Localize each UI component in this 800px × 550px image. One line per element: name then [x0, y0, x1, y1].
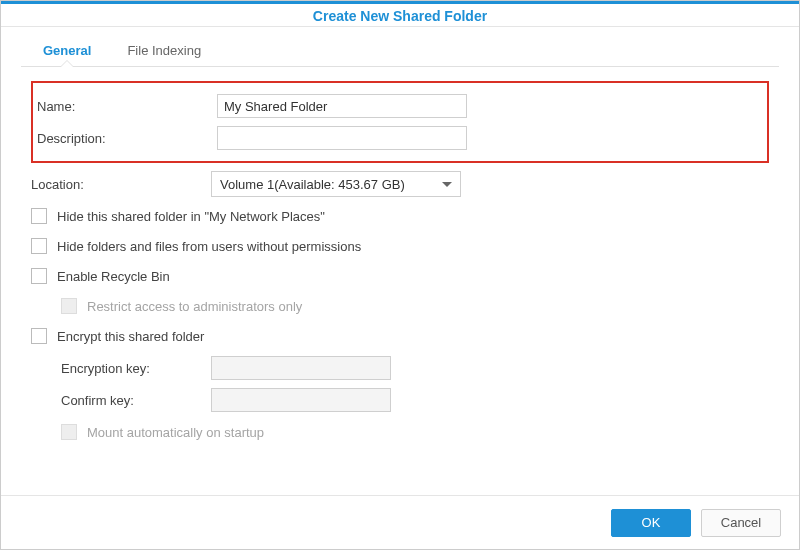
name-row: Name: — [37, 91, 763, 121]
hide-network-places-checkbox[interactable] — [31, 208, 47, 224]
enable-recycle-checkbox[interactable] — [31, 268, 47, 284]
hide-noperm-label: Hide folders and files from users withou… — [57, 239, 361, 254]
encryption-key-label: Encryption key: — [61, 361, 211, 376]
name-label: Name: — [37, 99, 217, 114]
create-shared-folder-dialog: Create New Shared Folder General File In… — [0, 0, 800, 550]
dialog-footer: OK Cancel — [1, 495, 799, 549]
highlighted-box: Name: Description: — [31, 81, 769, 163]
chevron-down-icon — [442, 182, 452, 187]
restrict-admin-row: Restrict access to administrators only — [31, 291, 769, 321]
ok-button-label: OK — [642, 515, 661, 530]
cancel-button-label: Cancel — [721, 515, 761, 530]
confirm-key-row: Confirm key: — [31, 385, 769, 415]
location-select[interactable]: Volume 1(Available: 453.67 GB) — [211, 171, 461, 197]
encryption-key-input — [211, 356, 391, 380]
tab-file-indexing[interactable]: File Indexing — [109, 35, 219, 66]
hide-noperm-checkbox[interactable] — [31, 238, 47, 254]
encrypt-checkbox[interactable] — [31, 328, 47, 344]
dialog-body: General File Indexing Name: Description:… — [1, 27, 799, 495]
encryption-key-row: Encryption key: — [31, 353, 769, 383]
encrypt-label: Encrypt this shared folder — [57, 329, 204, 344]
confirm-key-label: Confirm key: — [61, 393, 211, 408]
description-input[interactable] — [217, 126, 467, 150]
hide-network-places-label: Hide this shared folder in "My Network P… — [57, 209, 325, 224]
description-row: Description: — [37, 123, 763, 153]
description-label: Description: — [37, 131, 217, 146]
tab-bar: General File Indexing — [21, 27, 779, 67]
general-panel: Name: Description: Location: Volume 1(Av… — [21, 67, 779, 457]
tab-general-label: General — [43, 43, 91, 58]
restrict-admin-checkbox — [61, 298, 77, 314]
tab-general[interactable]: General — [25, 35, 109, 66]
mount-auto-label: Mount automatically on startup — [87, 425, 264, 440]
enable-recycle-label: Enable Recycle Bin — [57, 269, 170, 284]
dialog-title: Create New Shared Folder — [1, 1, 799, 27]
name-input[interactable] — [217, 94, 467, 118]
mount-auto-checkbox — [61, 424, 77, 440]
ok-button[interactable]: OK — [611, 509, 691, 537]
mount-auto-row: Mount automatically on startup — [31, 417, 769, 447]
hide-noperm-row: Hide folders and files from users withou… — [31, 231, 769, 261]
cancel-button[interactable]: Cancel — [701, 509, 781, 537]
confirm-key-input — [211, 388, 391, 412]
enable-recycle-row: Enable Recycle Bin — [31, 261, 769, 291]
tab-file-indexing-label: File Indexing — [127, 43, 201, 58]
restrict-admin-label: Restrict access to administrators only — [87, 299, 302, 314]
location-label: Location: — [31, 177, 211, 192]
location-row: Location: Volume 1(Available: 453.67 GB) — [31, 169, 769, 199]
hide-network-places-row: Hide this shared folder in "My Network P… — [31, 201, 769, 231]
encrypt-row: Encrypt this shared folder — [31, 321, 769, 351]
location-value: Volume 1(Available: 453.67 GB) — [220, 177, 405, 192]
